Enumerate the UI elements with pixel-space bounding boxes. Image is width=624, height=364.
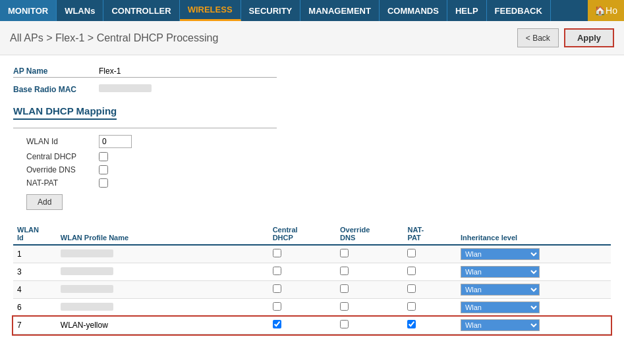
nav-wireless[interactable]: WIRELESS [180, 0, 241, 21]
breadcrumb: All APs > Flex-1 > Central DHCP Processi… [10, 32, 218, 44]
ap-name-label: AP Name [13, 65, 99, 77]
cell-inheritance: Wlan [457, 317, 611, 334]
cell-inheritance: Wlan [457, 263, 611, 281]
override-dns-cell-checkbox[interactable] [340, 267, 349, 275]
home-icon[interactable]: 🏠 Ho [588, 0, 624, 21]
override-dns-checkbox[interactable] [99, 165, 108, 174]
nav-controller[interactable]: CONTROLLER [103, 0, 179, 21]
central-dhcp-cell-checkbox[interactable] [273, 284, 281, 293]
cell-nat-pat [403, 281, 456, 299]
back-button[interactable]: < Back [517, 28, 559, 47]
ap-info: AP Name Flex-1 Base Radio MAC [13, 65, 611, 95]
col-header-wlan-id: WLANId [13, 223, 57, 245]
inheritance-select[interactable]: Wlan [461, 319, 540, 331]
cell-nat-pat [403, 299, 456, 317]
inheritance-select[interactable]: Wlan [461, 248, 540, 260]
table-row: 1Wlan [13, 245, 611, 263]
override-dns-label: Override DNS [26, 165, 99, 174]
nav-management[interactable]: MANAGEMENT [300, 0, 380, 21]
central-dhcp-cell-checkbox[interactable] [273, 302, 281, 311]
table-header-row: WLANId WLAN Profile Name CentralDHCP Ove… [13, 223, 611, 245]
cell-nat-pat [403, 263, 456, 281]
inheritance-select[interactable]: Wlan [461, 284, 540, 296]
breadcrumb-sep2: > [88, 32, 97, 43]
override-dns-cell-checkbox[interactable] [340, 302, 349, 311]
override-dns-cell-checkbox[interactable] [340, 249, 349, 257]
col-header-inheritance: Inheritance level [457, 223, 611, 245]
inheritance-select[interactable]: Wlan [461, 301, 540, 313]
nat-pat-row: NAT-PAT [13, 178, 611, 188]
nat-pat-cell-checkbox[interactable] [407, 320, 416, 328]
breadcrumb-part2: Flex-1 [55, 32, 84, 43]
top-nav: MONITOR WLANs CONTROLLER WIRELESS SECURI… [0, 0, 624, 21]
cell-profile-name: WLAN-yellow [57, 317, 269, 334]
wlan-id-label: WLAN Id [26, 137, 99, 146]
central-dhcp-cell-checkbox[interactable] [273, 320, 281, 328]
table-row: 6Wlan [13, 299, 611, 317]
breadcrumb-part1: All APs [10, 32, 43, 43]
add-button[interactable]: Add [26, 194, 63, 210]
nat-pat-cell-checkbox[interactable] [407, 267, 416, 275]
cell-override-dns [336, 281, 403, 299]
breadcrumb-part3: Central DHCP Processing [97, 32, 219, 43]
central-dhcp-cell-checkbox[interactable] [273, 249, 281, 257]
nat-pat-cell-checkbox[interactable] [407, 284, 416, 293]
nat-pat-cell-checkbox[interactable] [407, 249, 416, 257]
cell-nat-pat [403, 317, 456, 334]
inheritance-select[interactable]: Wlan [461, 266, 540, 278]
cell-profile-name [57, 245, 269, 263]
cell-wlan-id: 4 [13, 281, 57, 299]
nav-monitor[interactable]: MONITOR [0, 0, 57, 21]
header-buttons: < Back Apply [517, 28, 614, 47]
breadcrumb-sep1: > [46, 32, 55, 43]
col-header-override-dns: OverrideDNS [336, 223, 403, 245]
nat-pat-checkbox[interactable] [99, 178, 108, 188]
ap-name-value: Flex-1 [99, 65, 126, 77]
cell-inheritance: Wlan [457, 299, 611, 317]
cell-central-dhcp [269, 245, 336, 263]
cell-wlan-id: 6 [13, 299, 57, 317]
apply-button[interactable]: Apply [564, 28, 614, 47]
nat-pat-label: NAT-PAT [26, 178, 99, 188]
col-header-central-dhcp: CentralDHCP [269, 223, 336, 245]
col-header-profile: WLAN Profile Name [57, 223, 269, 245]
main-content: AP Name Flex-1 Base Radio MAC WLAN DHCP … [0, 55, 624, 344]
nav-commands[interactable]: COMMANDS [380, 0, 447, 21]
nat-pat-cell-checkbox[interactable] [407, 302, 416, 311]
wlan-dhcp-section: WLAN DHCP Mapping WLAN Id Central DHCP O… [13, 105, 611, 210]
table-row: 4Wlan [13, 281, 611, 299]
cell-override-dns [336, 317, 403, 334]
cell-profile-name [57, 299, 269, 317]
header-area: All APs > Flex-1 > Central DHCP Processi… [0, 21, 624, 55]
nav-wlans[interactable]: WLANs [57, 0, 103, 21]
cell-override-dns [336, 245, 403, 263]
cell-profile-name [57, 281, 269, 299]
wlan-id-input[interactable] [99, 135, 132, 148]
ap-mac-value [99, 83, 157, 95]
wlan-table: WLANId WLAN Profile Name CentralDHCP Ove… [13, 223, 611, 334]
cell-wlan-id: 1 [13, 245, 57, 263]
cell-wlan-id: 3 [13, 263, 57, 281]
override-dns-row: Override DNS [13, 165, 611, 174]
table-row: 7WLAN-yellowWlan [13, 317, 611, 334]
cell-wlan-id: 7 [13, 317, 57, 334]
nav-feedback[interactable]: FEEDBACK [487, 0, 551, 21]
wlan-id-row: WLAN Id [13, 135, 611, 148]
nav-help[interactable]: HELP [447, 0, 487, 21]
central-dhcp-row: Central DHCP [13, 152, 611, 161]
override-dns-cell-checkbox[interactable] [340, 284, 349, 293]
cell-central-dhcp [269, 317, 336, 334]
cell-inheritance: Wlan [457, 245, 611, 263]
cell-central-dhcp [269, 263, 336, 281]
cell-nat-pat [403, 245, 456, 263]
cell-override-dns [336, 263, 403, 281]
central-dhcp-label: Central DHCP [26, 152, 99, 161]
central-dhcp-cell-checkbox[interactable] [273, 267, 281, 275]
col-header-nat-pat: NAT-PAT [403, 223, 456, 245]
cell-override-dns [336, 299, 403, 317]
override-dns-cell-checkbox[interactable] [340, 320, 349, 328]
nav-security[interactable]: SECURITY [241, 0, 301, 21]
central-dhcp-checkbox[interactable] [99, 152, 108, 161]
cell-central-dhcp [269, 299, 336, 317]
cell-central-dhcp [269, 281, 336, 299]
